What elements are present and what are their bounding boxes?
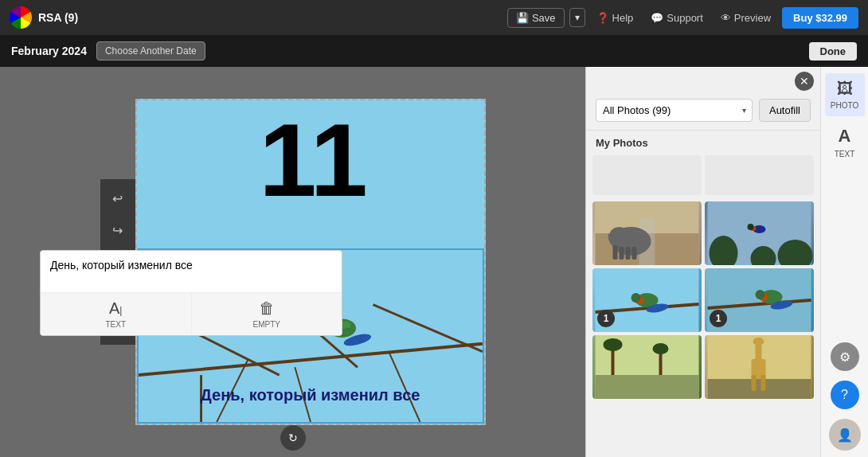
photo-thumb-bird-branch1[interactable]: 1 [592, 268, 702, 332]
text-edit-popup: День, который изменил все A| TEXT 🗑 EMPT… [40, 250, 342, 336]
photo-blank-row [586, 152, 820, 198]
photo-thumb-blank1[interactable] [592, 155, 702, 195]
text-format-button[interactable]: A| TEXT [41, 293, 192, 335]
svg-rect-46 [612, 347, 615, 375]
canvas-area: ↩ ↪ ✂ ⧉ 📋 11 [0, 67, 585, 457]
date-label: February 2024 [11, 45, 87, 57]
panel-close-button[interactable]: ✕ [795, 72, 814, 91]
photo-section-title: My Photos [586, 131, 820, 152]
text-format-icon: A| [109, 299, 122, 318]
text-panel-label: TEXT [835, 150, 855, 158]
preview-button[interactable]: 👁 Preview [714, 9, 777, 27]
app-logo [10, 6, 32, 29]
buy-button[interactable]: Buy $32.99 [782, 7, 858, 29]
undo-button[interactable]: ↩ [105, 186, 131, 211]
support-icon: 💬 [651, 12, 663, 24]
photo-badge-1a: 1 [597, 310, 615, 327]
date-bar-left: February 2024 Choose Another Date [11, 41, 205, 61]
settings-button[interactable]: ⚙ [831, 342, 859, 371]
toolbar-left: RSA (9) [10, 6, 78, 29]
svg-point-49 [653, 343, 669, 354]
top-toolbar: RSA (9) 💾 Save ▾ ❓ Help 💬 Support 👁 Prev… [0, 0, 868, 35]
photo-panel-header: All Photos (99) My Photos Favorites ▾ Au… [586, 91, 820, 131]
dropdown-icon: ▾ [575, 12, 580, 23]
svg-point-36 [631, 293, 641, 303]
photo-thumb-blank2[interactable] [705, 155, 814, 195]
app-title: RSA (9) [38, 11, 78, 24]
photo-thumb-bird-sky[interactable] [705, 201, 814, 265]
delete-icon: 🗑 [259, 299, 275, 318]
svg-rect-45 [596, 375, 699, 399]
photo-grid: 1 1 [586, 198, 820, 402]
photo-badge-1b: 1 [710, 310, 727, 327]
svg-rect-55 [752, 375, 757, 391]
redo-button[interactable]: ↪ [105, 217, 131, 243]
filter-select-wrapper: All Photos (99) My Photos Favorites ▾ [596, 99, 753, 122]
save-dropdown-button[interactable]: ▾ [569, 8, 585, 27]
right-panel-text[interactable]: A TEXT [825, 119, 865, 165]
svg-rect-23 [632, 247, 637, 260]
photo-thumb-savanna[interactable] [592, 335, 702, 399]
autofill-button[interactable]: Autofill [759, 99, 811, 122]
svg-point-31 [748, 224, 754, 230]
avatar-button[interactable]: 👤 [829, 419, 861, 451]
photo-panel-label: PHOTO [831, 101, 858, 110]
empty-action-label: EMPTY [253, 320, 280, 329]
svg-point-47 [604, 338, 623, 351]
svg-rect-20 [613, 245, 618, 260]
svg-point-42 [756, 290, 765, 299]
text-empty-button[interactable]: 🗑 EMPTY [192, 293, 342, 335]
text-edit-actions: A| TEXT 🗑 EMPTY [41, 292, 342, 335]
right-panel-photo[interactable]: 🖼 PHOTO [825, 73, 865, 116]
help-icon: ❓ [596, 12, 609, 24]
help-floating-button[interactable]: ? [831, 381, 859, 409]
photo-thumb-bird-branch2[interactable]: 1 [705, 268, 814, 332]
svg-rect-48 [659, 351, 663, 375]
photo-thumb-giraffe[interactable] [705, 335, 814, 399]
bottom-tools: ↻ [280, 425, 306, 451]
toolbar-right: 💾 Save ▾ ❓ Help 💬 Support 👁 Preview Buy … [507, 7, 858, 29]
panel-close-row: ✕ [586, 67, 820, 91]
rotate-button[interactable]: ↻ [280, 425, 306, 451]
main-area: ↩ ↪ ✂ ⧉ 📋 11 [0, 67, 868, 457]
svg-rect-51 [708, 379, 811, 399]
photo-panel-icon: 🖼 [837, 80, 853, 98]
text-panel-icon: A [839, 126, 851, 146]
choose-date-button[interactable]: Choose Another Date [96, 41, 205, 61]
svg-rect-22 [626, 247, 631, 260]
svg-point-53 [753, 338, 764, 346]
photo-thumb-elephant[interactable] [592, 201, 702, 265]
done-button[interactable]: Done [809, 42, 858, 61]
svg-rect-56 [761, 375, 766, 391]
calendar-day-number: 11 [259, 108, 362, 212]
help-button[interactable]: ❓ Help [590, 9, 640, 27]
save-icon: 💾 [516, 12, 529, 24]
svg-rect-21 [620, 247, 624, 260]
support-button[interactable]: 💬 Support [644, 9, 710, 27]
right-panel: 🖼 PHOTO A TEXT ⚙ ? 👤 [820, 67, 868, 457]
preview-icon: 👁 [721, 12, 731, 24]
photo-panel: ✕ All Photos (99) My Photos Favorites ▾ … [585, 67, 820, 457]
photo-caption: День, который изменил все [201, 386, 420, 404]
save-button[interactable]: 💾 Save [507, 8, 565, 28]
text-action-label: TEXT [105, 320, 126, 329]
text-edit-input[interactable]: День, который изменил все [41, 251, 342, 292]
photo-filter-select[interactable]: All Photos (99) My Photos Favorites [596, 99, 753, 122]
date-bar: February 2024 Choose Another Date Done [0, 35, 868, 67]
